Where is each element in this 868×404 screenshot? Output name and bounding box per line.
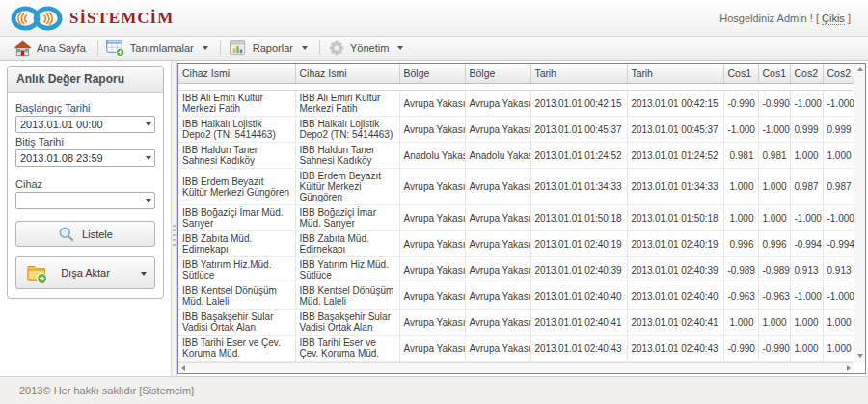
- table-cell: IBB Kentsel Dönüşüm Müd. Laleli: [178, 283, 295, 310]
- table-row[interactable]: IBB Haldun Taner Sahnesi KadıköyIBB Hald…: [178, 143, 854, 169]
- table-cell: IBB Boğaziçi İmar Müd. Sarıyer: [178, 205, 295, 231]
- list-button-label: Listele: [82, 229, 113, 240]
- logout-link[interactable]: Çikis: [822, 13, 845, 25]
- scroll-right-icon[interactable]: [847, 365, 851, 371]
- table-cell: -0.994: [823, 231, 854, 257]
- device-label: Cihaz: [15, 178, 155, 190]
- table-row[interactable]: IBB Boğaziçi İmar Müd. SarıyerIBB Boğazi…: [178, 205, 854, 231]
- table-row[interactable]: IBB Yatırım Hiz.Müd. SütlüceIBB Yatırım …: [178, 257, 854, 283]
- table-cell: 1.000: [758, 310, 790, 336]
- reports-chart-icon: [229, 40, 248, 57]
- table-cell: IBB Yatırım Hiz.Müd. Sütlüce: [178, 257, 295, 283]
- export-button-label: Dışa Aktar: [61, 267, 110, 279]
- table-cell: Avrupa Yakası: [465, 336, 530, 362]
- nav-separator: [319, 40, 320, 56]
- device-combo[interactable]: [15, 192, 155, 209]
- start-date-input[interactable]: [15, 116, 155, 133]
- panel-vertical-scrollbar[interactable]: [854, 64, 865, 362]
- table-cell: -0.990: [723, 336, 758, 362]
- table-cell: 0.981: [758, 143, 790, 169]
- table-cell: 2013.01.01 01:50:18: [627, 205, 723, 231]
- panel-horizontal-scrollbar[interactable]: [178, 362, 854, 373]
- table-cell: 2013.01.01 01:34:33: [530, 169, 627, 205]
- scroll-up-icon[interactable]: [857, 67, 863, 71]
- table-cell: 1.000: [723, 205, 758, 231]
- table-cell: 2013.01.01 00:42:15: [530, 91, 627, 117]
- table-cell: 2013.01.01 02:40:40: [530, 283, 627, 310]
- table-cell: Avrupa Yakası: [465, 117, 530, 143]
- report-grid-panel: Cihaz IsmiCihaz IsmiBölgeBölgeTarihTarih…: [177, 63, 866, 374]
- table-cell: -0.963: [723, 283, 758, 310]
- column-header[interactable]: Cos2: [823, 64, 854, 84]
- panel-splitter[interactable]: [171, 61, 177, 376]
- table-cell: 0.996: [723, 231, 758, 257]
- table-cell: IBB Haldun Taner Sahnesi Kadıköy: [178, 143, 295, 169]
- end-date-label: Bitiş Tarihi: [15, 136, 155, 148]
- table-cell: IBB Yatırım Hiz.Müd. Sütlüce: [295, 257, 399, 283]
- chevron-down-icon[interactable]: [141, 272, 147, 276]
- table-cell: IBB Haldun Taner Sahnesi Kadıköy: [295, 143, 399, 169]
- export-button[interactable]: Dışa Aktar: [15, 256, 155, 289]
- footer: 2013© Her hakkı saklıdır [Sistemcim]: [0, 376, 868, 404]
- table-cell: Anadolu Yakası: [465, 143, 530, 169]
- start-date-combo[interactable]: [15, 116, 155, 133]
- chevron-down-icon[interactable]: [146, 122, 151, 126]
- table-row[interactable]: IBB Ali Emiri Kültür Merkezi FatihIBB Al…: [178, 91, 854, 117]
- end-date-input[interactable]: [15, 149, 155, 167]
- chevron-down-icon: [203, 46, 208, 50]
- column-header[interactable]: Cihaz Ismi: [295, 64, 399, 84]
- column-header[interactable]: Cos2: [790, 64, 823, 84]
- table-row[interactable]: IBB Başakşehir Sular Vadisi Ortak AlanIB…: [178, 310, 854, 336]
- chevron-down-icon[interactable]: [146, 156, 151, 160]
- table-row[interactable]: IBB Kentsel Dönüşüm Müd. LaleliIBB Kents…: [178, 283, 854, 310]
- table-cell: IBB Boğaziçi İmar Müd. Sarıyer: [295, 205, 399, 231]
- scroll-down-icon[interactable]: [857, 354, 863, 358]
- table-cell: 2013.01.01 02:40:39: [627, 257, 723, 283]
- sidebar: Anlık Değer Raporu Başlangıç Tarihi Biti…: [0, 61, 171, 376]
- nav-item-yonetim[interactable]: Yönetim: [322, 37, 413, 60]
- table-row[interactable]: IBB Halkalı Lojistik Depo2 (TN: 5414463)…: [178, 117, 854, 143]
- nav-item-raporlar[interactable]: Raporlar: [223, 37, 317, 60]
- table-cell: IBB Zabıta Müd. Edirnekapı: [295, 231, 399, 257]
- table-cell: -1.000: [823, 283, 854, 310]
- table-row[interactable]: IBB Tarihi Eser ve Çev. Koruma Müd.IBB T…: [178, 336, 854, 362]
- definitions-table-icon: [106, 40, 125, 57]
- table-header: Cihaz IsmiCihaz IsmiBölgeBölgeTarihTarih…: [178, 64, 854, 91]
- scroll-left-icon[interactable]: [181, 365, 185, 371]
- table-row[interactable]: IBB Zabıta Müd. EdirnekapıIBB Zabıta Müd…: [178, 231, 854, 257]
- table-cell: Avrupa Yakası: [399, 231, 465, 257]
- column-header[interactable]: Bölge: [399, 64, 465, 84]
- table-cell: 0.913: [823, 257, 854, 283]
- table-cell: 0.981: [723, 143, 758, 169]
- column-header[interactable]: Cos1: [758, 64, 790, 84]
- column-header[interactable]: Cos1: [723, 64, 758, 84]
- table-cell: IBB Başakşehir Sular Vadisi Ortak Alan: [178, 310, 295, 336]
- table-cell: 1.000: [758, 205, 790, 231]
- column-header[interactable]: Tarih: [627, 64, 723, 84]
- list-button[interactable]: Listele: [15, 221, 155, 247]
- table-cell: 2013.01.01 01:50:18: [530, 205, 627, 231]
- column-header[interactable]: Cihaz Ismi: [178, 64, 295, 84]
- column-header[interactable]: Tarih: [530, 64, 627, 84]
- table-cell: 0.913: [790, 257, 823, 283]
- table-cell: -0.963: [758, 283, 790, 310]
- table-row[interactable]: IBB Erdem Beyazıt Kültür Merkezi Güngöre…: [178, 169, 854, 205]
- table-cell: 1.000: [823, 336, 854, 362]
- table-cell: IBB Zabıta Müd. Edirnekapı: [178, 231, 295, 257]
- start-date-label: Başlangıç Tarihi: [15, 102, 155, 114]
- table-cell: 1.000: [723, 310, 758, 336]
- table-cell: Avrupa Yakası: [465, 205, 530, 231]
- nav-label: Ana Sayfa: [37, 42, 86, 54]
- table-cell: Avrupa Yakası: [399, 283, 465, 310]
- table-cell: -1.000: [758, 117, 790, 143]
- table-cell: -1.000: [823, 91, 854, 117]
- welcome-suffix: ]: [845, 13, 851, 24]
- nav-item-ana-sayfa[interactable]: Ana Sayfa: [8, 37, 95, 60]
- table-cell: IBB Tarihi Eser ve Çev. Koruma Müd.: [295, 336, 399, 362]
- chevron-down-icon[interactable]: [146, 199, 151, 202]
- device-input[interactable]: [15, 192, 155, 209]
- end-date-combo[interactable]: [15, 149, 155, 167]
- nav-item-tanimlamalar[interactable]: Tanımlamalar: [100, 37, 218, 60]
- table-cell: -0.990: [758, 336, 790, 362]
- column-header[interactable]: Bölge: [465, 64, 530, 84]
